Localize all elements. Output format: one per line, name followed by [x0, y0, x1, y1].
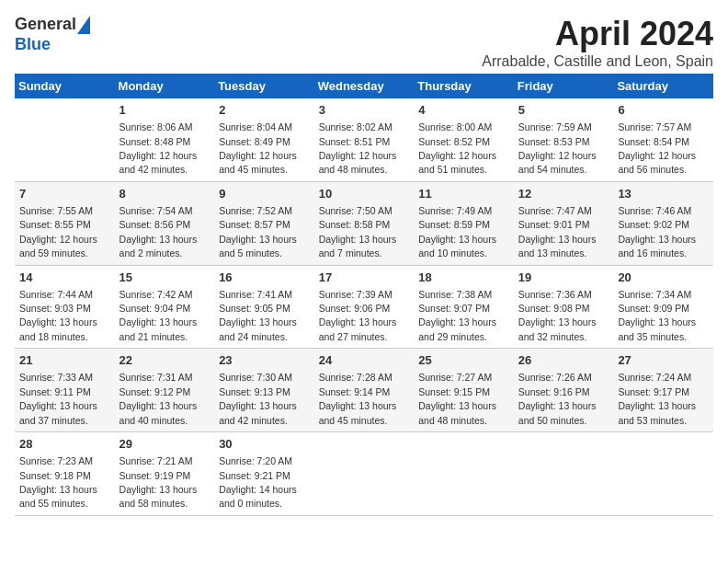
day-number: 1 [119, 102, 210, 119]
day-info: Sunrise: 7:44 AM Sunset: 9:03 PM Dayligh… [19, 289, 97, 342]
calendar-cell: 1Sunrise: 8:06 AM Sunset: 8:48 PM Daylig… [115, 98, 215, 181]
calendar-cell: 20Sunrise: 7:34 AM Sunset: 9:09 PM Dayli… [613, 265, 713, 349]
calendar-cell: 18Sunrise: 7:38 AM Sunset: 9:07 PM Dayli… [414, 265, 514, 349]
day-info: Sunrise: 7:21 AM Sunset: 9:19 PM Dayligh… [119, 455, 198, 509]
weekday-header-saturday: Saturday [613, 74, 713, 98]
calendar-cell: 15Sunrise: 7:42 AM Sunset: 9:04 PM Dayli… [115, 265, 215, 349]
calendar-cell: 9Sunrise: 7:52 AM Sunset: 8:57 PM Daylig… [214, 181, 314, 265]
calendar-cell: 25Sunrise: 7:27 AM Sunset: 9:15 PM Dayli… [414, 349, 514, 432]
calendar-cell: 14Sunrise: 7:44 AM Sunset: 9:03 PM Dayli… [15, 265, 115, 349]
day-number: 18 [418, 270, 509, 286]
calendar-cell: 2Sunrise: 8:04 AM Sunset: 8:49 PM Daylig… [214, 98, 314, 181]
day-info: Sunrise: 7:54 AM Sunset: 8:56 PM Dayligh… [119, 205, 198, 259]
calendar-cell: 3Sunrise: 8:02 AM Sunset: 8:51 PM Daylig… [314, 98, 415, 181]
calendar-cell: 16Sunrise: 7:41 AM Sunset: 9:05 PM Dayli… [214, 265, 314, 349]
day-info: Sunrise: 7:31 AM Sunset: 9:12 PM Dayligh… [119, 372, 198, 425]
day-number: 24 [319, 352, 410, 369]
calendar-cell: 21Sunrise: 7:33 AM Sunset: 9:11 PM Dayli… [15, 349, 115, 432]
calendar-cell: 30Sunrise: 7:20 AM Sunset: 9:21 PM Dayli… [214, 432, 314, 516]
week-row-4: 21Sunrise: 7:33 AM Sunset: 9:11 PM Dayli… [15, 349, 713, 432]
day-number: 22 [119, 352, 210, 369]
week-row-2: 7Sunrise: 7:55 AM Sunset: 8:55 PM Daylig… [15, 181, 713, 265]
week-row-5: 28Sunrise: 7:23 AM Sunset: 9:18 PM Dayli… [15, 432, 713, 516]
day-number: 8 [119, 186, 210, 202]
calendar-cell: 10Sunrise: 7:50 AM Sunset: 8:58 PM Dayli… [314, 181, 415, 265]
day-info: Sunrise: 7:47 AM Sunset: 9:01 PM Dayligh… [518, 205, 597, 259]
week-row-3: 14Sunrise: 7:44 AM Sunset: 9:03 PM Dayli… [15, 265, 713, 349]
day-number: 29 [119, 436, 210, 453]
weekday-header-wednesday: Wednesday [314, 74, 415, 98]
day-info: Sunrise: 7:50 AM Sunset: 8:58 PM Dayligh… [319, 205, 397, 259]
calendar-cell: 8Sunrise: 7:54 AM Sunset: 8:56 PM Daylig… [115, 181, 215, 265]
logo-blue: Blue [15, 35, 51, 53]
day-number: 9 [219, 186, 310, 202]
logo-arrow-icon [77, 16, 90, 34]
day-number: 3 [319, 102, 410, 119]
day-number: 21 [19, 352, 110, 369]
calendar-cell [613, 432, 713, 516]
day-number: 5 [518, 102, 609, 119]
day-number: 27 [618, 352, 709, 369]
day-info: Sunrise: 7:34 AM Sunset: 9:09 PM Dayligh… [618, 289, 696, 342]
day-number: 11 [418, 186, 509, 202]
day-number: 7 [19, 186, 110, 202]
calendar-cell: 17Sunrise: 7:39 AM Sunset: 9:06 PM Dayli… [314, 265, 415, 349]
calendar-cell: 23Sunrise: 7:30 AM Sunset: 9:13 PM Dayli… [214, 349, 314, 432]
calendar-cell [314, 432, 415, 516]
week-row-1: 1Sunrise: 8:06 AM Sunset: 8:48 PM Daylig… [15, 98, 713, 181]
day-number: 28 [19, 436, 110, 453]
calendar-cell: 7Sunrise: 7:55 AM Sunset: 8:55 PM Daylig… [15, 181, 115, 265]
day-number: 2 [219, 102, 310, 119]
day-info: Sunrise: 8:02 AM Sunset: 8:51 PM Dayligh… [319, 121, 397, 175]
calendar-cell: 12Sunrise: 7:47 AM Sunset: 9:01 PM Dayli… [514, 181, 614, 265]
weekday-header-thursday: Thursday [414, 74, 514, 98]
weekday-header-tuesday: Tuesday [214, 74, 314, 98]
day-info: Sunrise: 7:26 AM Sunset: 9:16 PM Dayligh… [518, 372, 597, 425]
day-number: 6 [618, 102, 709, 119]
weekday-header-friday: Friday [514, 74, 614, 98]
calendar-cell [15, 98, 115, 181]
day-number: 14 [19, 270, 110, 286]
day-info: Sunrise: 7:38 AM Sunset: 9:07 PM Dayligh… [418, 289, 496, 342]
subtitle: Arrabalde, Castille and Leon, Spain [482, 53, 713, 70]
day-number: 15 [119, 270, 210, 286]
logo-general: General [15, 15, 76, 33]
day-number: 26 [518, 352, 609, 369]
day-info: Sunrise: 7:49 AM Sunset: 8:59 PM Dayligh… [418, 205, 496, 259]
calendar-cell: 22Sunrise: 7:31 AM Sunset: 9:12 PM Dayli… [115, 349, 215, 432]
calendar-cell: 11Sunrise: 7:49 AM Sunset: 8:59 PM Dayli… [414, 181, 514, 265]
calendar-cell: 4Sunrise: 8:00 AM Sunset: 8:52 PM Daylig… [414, 98, 514, 181]
calendar-cell: 5Sunrise: 7:59 AM Sunset: 8:53 PM Daylig… [514, 98, 614, 181]
day-number: 19 [518, 270, 609, 286]
calendar-cell: 13Sunrise: 7:46 AM Sunset: 9:02 PM Dayli… [613, 181, 713, 265]
page-container: General Blue April 2024 Arrabalde, Casti… [15, 15, 713, 516]
weekday-header-row: SundayMondayTuesdayWednesdayThursdayFrid… [15, 74, 713, 98]
logo: General Blue [15, 15, 91, 54]
day-info: Sunrise: 7:52 AM Sunset: 8:57 PM Dayligh… [219, 205, 297, 259]
calendar-cell: 27Sunrise: 7:24 AM Sunset: 9:17 PM Dayli… [613, 349, 713, 432]
day-info: Sunrise: 7:24 AM Sunset: 9:17 PM Dayligh… [618, 372, 696, 425]
title-block: April 2024 Arrabalde, Castille and Leon,… [482, 15, 713, 70]
day-info: Sunrise: 7:27 AM Sunset: 9:15 PM Dayligh… [418, 372, 496, 425]
day-number: 13 [618, 186, 709, 202]
day-info: Sunrise: 7:20 AM Sunset: 9:21 PM Dayligh… [219, 455, 297, 509]
day-info: Sunrise: 7:42 AM Sunset: 9:04 PM Dayligh… [119, 289, 198, 342]
day-number: 4 [418, 102, 509, 119]
day-number: 10 [319, 186, 410, 202]
calendar-cell: 29Sunrise: 7:21 AM Sunset: 9:19 PM Dayli… [115, 432, 215, 516]
day-info: Sunrise: 7:33 AM Sunset: 9:11 PM Dayligh… [19, 372, 97, 425]
svg-marker-0 [77, 16, 90, 34]
weekday-header-sunday: Sunday [15, 74, 115, 98]
calendar-cell: 19Sunrise: 7:36 AM Sunset: 9:08 PM Dayli… [514, 265, 614, 349]
day-number: 20 [618, 270, 709, 286]
day-info: Sunrise: 7:30 AM Sunset: 9:13 PM Dayligh… [219, 372, 297, 425]
day-info: Sunrise: 7:28 AM Sunset: 9:14 PM Dayligh… [319, 372, 397, 425]
calendar-cell: 24Sunrise: 7:28 AM Sunset: 9:14 PM Dayli… [314, 349, 415, 432]
calendar-cell: 26Sunrise: 7:26 AM Sunset: 9:16 PM Dayli… [514, 349, 614, 432]
day-number: 23 [219, 352, 310, 369]
day-number: 17 [319, 270, 410, 286]
calendar-cell [414, 432, 514, 516]
calendar-table: SundayMondayTuesdayWednesdayThursdayFrid… [15, 74, 713, 516]
day-info: Sunrise: 8:04 AM Sunset: 8:49 PM Dayligh… [219, 121, 297, 175]
day-info: Sunrise: 8:06 AM Sunset: 8:48 PM Dayligh… [119, 121, 198, 175]
